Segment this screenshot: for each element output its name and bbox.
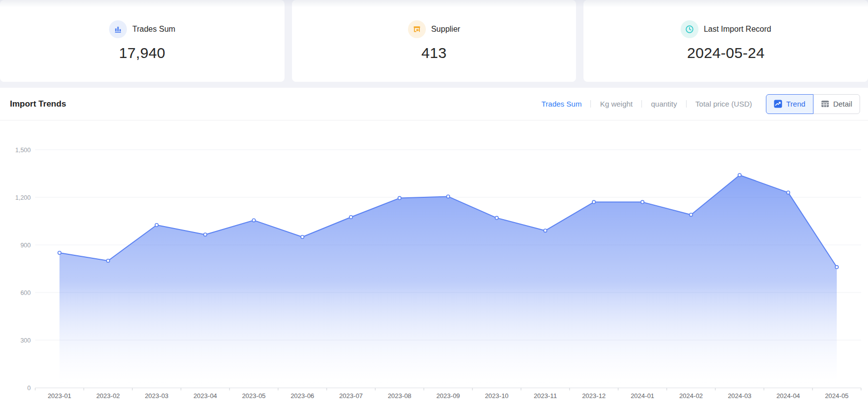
svg-text:0: 0 [27,385,31,392]
stat-label: Supplier [431,25,461,34]
trend-chart-icon [774,100,782,108]
svg-text:2023-12: 2023-12 [582,392,606,400]
svg-text:2023-03: 2023-03 [145,392,169,400]
svg-text:2023-07: 2023-07 [339,392,363,400]
svg-text:2024-01: 2024-01 [631,392,654,400]
metric-tab-total-price[interactable]: Total price (USD) [695,100,752,108]
svg-text:2023-01: 2023-01 [48,392,71,400]
svg-text:1,200: 1,200 [15,194,31,201]
svg-text:2023-04: 2023-04 [193,392,217,400]
metric-separator [590,100,591,108]
svg-text:1,500: 1,500 [15,147,31,154]
svg-text:2024-03: 2024-03 [728,392,752,400]
svg-text:2023-11: 2023-11 [534,392,557,400]
stat-label: Last Import Record [704,25,771,34]
bar-chart-icon [109,20,127,38]
svg-text:300: 300 [20,337,31,344]
stat-value: 17,940 [119,45,166,61]
svg-text:600: 600 [20,290,31,296]
section-title: Import Trends [10,99,66,109]
svg-text:2024-02: 2024-02 [679,392,703,400]
trend-button-label: Trend [786,100,806,108]
svg-text:2024-04: 2024-04 [776,392,800,400]
stat-value: 413 [421,45,447,61]
svg-text:2023-08: 2023-08 [388,392,411,400]
import-trends-section: Import Trends Trades Sum Kg weight quant… [0,88,868,406]
trends-header: Import Trends Trades Sum Kg weight quant… [0,88,868,120]
area-chart-canvas[interactable]: 03006009001,2001,5002023-012023-022023-0… [0,120,868,406]
detail-button-label: Detail [833,100,852,108]
trends-controls: Trades Sum Kg weight quantity Total pric… [541,94,860,114]
view-toggle-group: Trend Detail [766,94,860,114]
svg-text:2024-05: 2024-05 [825,392,849,400]
svg-text:2023-05: 2023-05 [242,392,266,400]
stats-row: Trades Sum 17,940 Supplier 413 [0,0,868,82]
metric-separator [686,100,687,108]
metric-tab-kg-weight[interactable]: Kg weight [600,100,633,108]
stat-card-supplier: Supplier 413 [292,0,577,82]
section-gap [0,82,868,88]
import-trends-chart[interactable]: 03006009001,2001,5002023-012023-022023-0… [0,120,868,406]
svg-text:2023-06: 2023-06 [290,392,314,400]
clock-icon [681,20,698,38]
svg-text:2023-09: 2023-09 [436,392,460,400]
dashboard-page: Trades Sum 17,940 Supplier 413 [0,0,868,406]
stat-card-last-import: Last Import Record 2024-05-24 [583,0,868,82]
stat-card-trades-sum: Trades Sum 17,940 [0,0,285,82]
metric-tab-trades-sum[interactable]: Trades Sum [541,100,581,108]
svg-text:900: 900 [20,242,31,249]
metric-separator [641,100,642,108]
trend-button[interactable]: Trend [766,94,813,114]
svg-text:2023-10: 2023-10 [485,392,509,400]
stat-label: Trades Sum [132,25,175,34]
svg-text:2023-02: 2023-02 [96,392,120,400]
shop-icon [408,20,426,38]
detail-button[interactable]: Detail [813,94,860,114]
table-icon [821,100,829,108]
metric-tab-quantity[interactable]: quantity [651,100,677,108]
stat-value: 2024-05-24 [687,45,764,61]
